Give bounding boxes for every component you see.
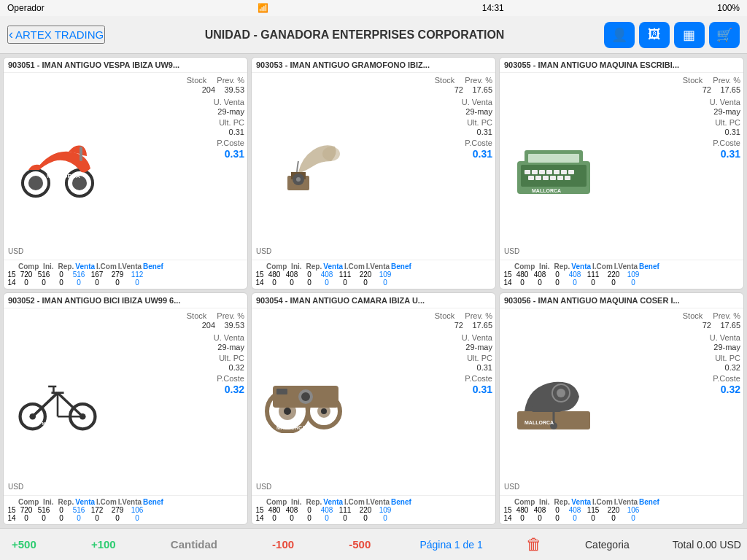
currency-label: USD <box>256 483 271 491</box>
back-arrow-icon: ‹ <box>9 27 13 42</box>
card-image-903053: USD <box>255 76 357 257</box>
header: ‹ ARTEX TRADING UNIDAD - GANADORA ENTERP… <box>0 16 747 54</box>
image-icon-button[interactable]: 🖼 <box>639 22 670 48</box>
svg-rect-20 <box>561 170 567 174</box>
table-row-1: 15 480 408 0 408 111 220 109 <box>255 271 492 279</box>
card-table-903054: Comp Ini. Rep. Venta I.Com I.Venta Benef… <box>252 495 495 524</box>
svg-point-55 <box>557 389 565 397</box>
product-card-903056[interactable]: 903056 - IMAN ANTIGUO MAQUINA COSER I...… <box>499 292 744 525</box>
svg-rect-24 <box>543 176 549 180</box>
card-image-903055: MALLORCA USD <box>503 76 605 257</box>
product-grid: 903051 - IMAN ANTIGUO VESPA IBIZA UW9...… <box>0 54 747 528</box>
currency-label: USD <box>504 483 519 491</box>
card-image-903051: MALLORCA USD <box>7 76 109 257</box>
sub100-button[interactable]: -100 <box>266 534 300 555</box>
card-stats-903053: Stock Prev. % 72 17.65 U. Venta 29-may U… <box>360 76 492 257</box>
barcode-icon-button[interactable]: ▦ <box>674 22 705 48</box>
svg-rect-17 <box>539 170 545 174</box>
svg-rect-14 <box>528 154 579 163</box>
svg-rect-39 <box>53 386 55 394</box>
back-label: ARTEX TRADING <box>15 28 104 41</box>
add100-button[interactable]: +100 <box>85 534 122 555</box>
svg-rect-18 <box>546 170 552 174</box>
battery-label: 100% <box>717 3 740 13</box>
product-card-903052[interactable]: 903052 - IMAN ANTIGUO BICI IBIZA UW99 6.… <box>3 292 248 525</box>
svg-point-1 <box>28 176 43 190</box>
product-card-903051[interactable]: 903051 - IMAN ANTIGUO VESPA IBIZA UW9...… <box>3 57 248 289</box>
table-row-1: 15 720 516 0 516 172 279 106 <box>7 506 244 514</box>
svg-rect-21 <box>568 170 574 174</box>
card-title-903056: 903056 - IMAN ANTIGUO MAQUINA COSER I... <box>500 293 743 308</box>
sub500-button[interactable]: -500 <box>343 534 376 555</box>
table-row-2: 14 0 0 0 0 0 0 0 <box>7 279 244 287</box>
trash-icon[interactable]: 🗑 <box>526 535 542 554</box>
svg-rect-22 <box>528 176 534 180</box>
svg-rect-16 <box>532 170 538 174</box>
card-stats-903055: Stock Prev. % 72 17.65 U. Venta 29-may U… <box>608 76 740 257</box>
table-row-1: 15 480 408 0 408 115 220 106 <box>503 506 740 514</box>
svg-point-8 <box>322 147 340 161</box>
card-title-903055: 903055 - IMAN ANTIGUO MAQUINA ESCRIBI... <box>500 58 743 73</box>
currency-label: USD <box>256 247 271 255</box>
card-table-903051: Comp Ini. Rep. Venta I.Com I.Venta Benef… <box>4 260 247 289</box>
card-title-903054: 903054 - IMAN ANTIGUO CAMARA IBIZA U... <box>252 293 495 308</box>
back-button[interactable]: ‹ ARTEX TRADING <box>7 26 105 44</box>
product-card-903053[interactable]: 903053 - IMAN ANTIGUO GRAMOFONO IBIZ... … <box>251 57 496 289</box>
time-label: 14:31 <box>482 3 504 13</box>
svg-rect-58 <box>532 406 561 412</box>
card-table-903056: Comp Ini. Rep. Venta I.Com I.Venta Benef… <box>500 495 743 524</box>
wifi-icon: 📶 <box>258 3 268 13</box>
operator-label: Operador <box>7 3 44 13</box>
cart-icon-button[interactable]: 🛒 <box>709 22 740 48</box>
table-row-2: 14 0 0 0 0 0 0 0 <box>503 279 740 287</box>
table-row-1: 15 720 516 0 516 167 279 112 <box>7 271 244 279</box>
page-indicator: Página 1 de 1 <box>419 539 482 551</box>
card-stats-903056: Stock Prev. % 72 17.65 U. Venta 29-may U… <box>608 311 740 492</box>
table-row-1: 15 480 408 0 408 111 220 109 <box>503 271 740 279</box>
card-image-903054: MALLORCA USD <box>255 311 357 492</box>
cantidad-button[interactable]: Cantidad <box>165 534 223 555</box>
table-row-2: 14 0 0 0 0 0 0 0 <box>255 279 492 287</box>
card-title-903052: 903052 - IMAN ANTIGUO BICI IBIZA UW99 6.… <box>4 293 247 308</box>
status-bar: Operador 📶 14:31 100% <box>0 0 747 16</box>
categoria-label[interactable]: Categoria <box>585 539 630 551</box>
svg-rect-15 <box>525 170 530 174</box>
product-card-903054[interactable]: 903054 - IMAN ANTIGUO CAMARA IBIZA U... … <box>251 292 496 525</box>
svg-rect-26 <box>557 176 563 180</box>
table-row-2: 14 0 0 0 0 0 0 0 <box>7 514 244 522</box>
card-table-903053: Comp Ini. Rep. Venta I.Com I.Venta Benef… <box>252 260 495 289</box>
table-row-1: 15 480 408 0 408 111 220 109 <box>255 506 492 514</box>
svg-text:MALLORCA: MALLORCA <box>276 425 306 430</box>
svg-rect-25 <box>550 176 556 180</box>
currency-label: USD <box>504 247 519 255</box>
card-stats-903052: Stock Prev. % 204 39.53 U. Venta 29-may … <box>112 311 244 492</box>
total-label: Total 0.00 USD <box>673 539 741 551</box>
svg-text:MALLORCA: MALLORCA <box>42 421 68 426</box>
header-actions: 👤 🖼 ▦ 🛒 <box>604 22 740 48</box>
svg-point-10 <box>296 177 301 182</box>
product-card-903055[interactable]: 903055 - IMAN ANTIGUO MAQUINA ESCRIBI... <box>499 57 744 289</box>
currency-label: USD <box>8 483 23 491</box>
person-icon-button[interactable]: 👤 <box>604 22 635 48</box>
card-table-903052: Comp Ini. Rep. Venta I.Com I.Venta Benef… <box>4 495 247 524</box>
svg-text:MALLORCA: MALLORCA <box>47 173 80 179</box>
card-table-903055: Comp Ini. Rep. Venta I.Com I.Venta Benef… <box>500 260 743 289</box>
svg-rect-19 <box>554 170 560 174</box>
add500-button[interactable]: +500 <box>6 534 42 555</box>
svg-rect-4 <box>80 147 82 161</box>
svg-rect-23 <box>535 176 541 180</box>
svg-point-50 <box>301 392 310 401</box>
page-title: UNIDAD - GANADORA ENTERPRISES CORPORATIO… <box>205 28 505 42</box>
currency-label: USD <box>8 247 23 255</box>
svg-text:MALLORCA: MALLORCA <box>532 188 561 193</box>
svg-rect-51 <box>276 389 287 394</box>
card-image-903056: MALLORCA USD <box>503 311 605 492</box>
table-row-2: 14 0 0 0 0 0 0 0 <box>255 514 492 522</box>
card-stats-903051: Stock Prev. % 204 39.53 U. Venta 29-may … <box>112 76 244 257</box>
svg-rect-27 <box>565 176 570 180</box>
table-row-2: 14 0 0 0 0 0 0 0 <box>503 514 740 522</box>
card-title-903053: 903053 - IMAN ANTIGUO GRAMOFONO IBIZ... <box>252 58 495 73</box>
card-image-903052: MALLORCA USD <box>7 311 109 492</box>
card-stats-903054: Stock Prev. % 72 17.65 U. Venta 29-may U… <box>360 311 492 492</box>
svg-text:MALLORCA: MALLORCA <box>525 420 554 425</box>
